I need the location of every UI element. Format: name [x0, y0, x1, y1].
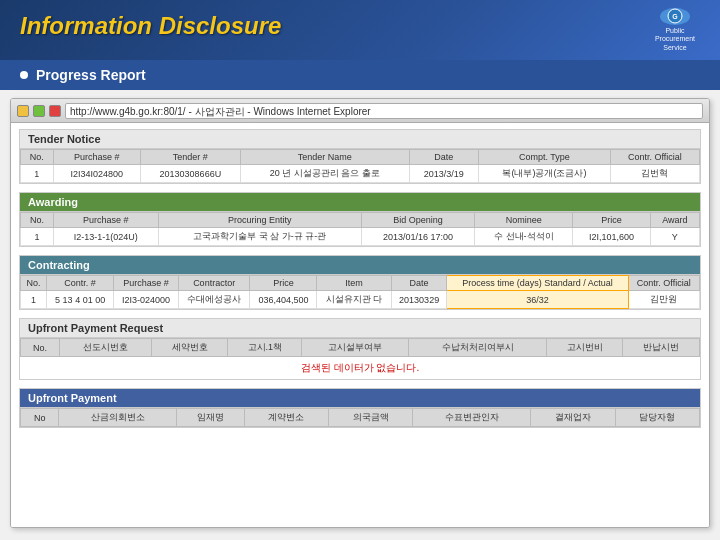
contracting-header-row: No. Contr. # Purchase # Contractor Price…: [21, 276, 700, 291]
col-no: No.: [21, 213, 54, 228]
col-contr-num: Contr. #: [47, 276, 114, 291]
col-5: 수표변관인자: [413, 409, 531, 427]
table-row: 15 13 4 01 00I2I3-024000수대에성공사036,404,50…: [21, 291, 700, 309]
col-contr-official: Contr. Official: [610, 150, 699, 165]
upfront-payment-request-section: Upfront Payment Request No. 선도시번호 세약번호 고…: [19, 318, 701, 380]
col-purchase: Purchase #: [53, 150, 140, 165]
address-bar[interactable]: http://www.g4b.go.kr:80/1/ - 사업자관리 - Win…: [65, 103, 703, 119]
contracting-header: Contracting: [20, 256, 700, 275]
col-tender: Tender #: [140, 150, 240, 165]
tender-notice-header-row: No. Purchase # Tender # Tender Name Date…: [21, 150, 700, 165]
minimize-button[interactable]: [17, 105, 29, 117]
col-price: Price: [573, 213, 650, 228]
col-2: 세약번호: [151, 339, 227, 357]
svg-text:G: G: [672, 13, 678, 20]
col-tender-name: Tender Name: [240, 150, 409, 165]
col-6: 고시번비: [547, 339, 623, 357]
col-date: Date: [409, 150, 479, 165]
logo-icon: G: [660, 8, 690, 25]
upfront-payment-request-header: Upfront Payment Request: [20, 319, 700, 338]
table-row: 1I2-13-1-1(024U)고국과학기술부 국 삼 가-규 규-관2013/…: [21, 228, 700, 246]
progress-label: Progress Report: [36, 67, 146, 83]
browser-window: http://www.g4b.go.kr:80/1/ - 사업자관리 - Win…: [10, 98, 710, 528]
col-no: No: [21, 409, 59, 427]
col-price: Price: [250, 276, 317, 291]
contracting-section: Contracting No. Contr. # Purchase # Cont…: [19, 255, 701, 310]
col-bid-opening: Bid Opening: [361, 213, 474, 228]
tender-notice-table: No. Purchase # Tender # Tender Name Date…: [20, 149, 700, 183]
awarding-section: Awarding No. Purchase # Procuring Entity…: [19, 192, 701, 247]
no-data-message: 검색된 데이터가 없습니다.: [20, 357, 700, 379]
col-item: Item: [317, 276, 391, 291]
col-6: 결재업자: [531, 409, 615, 427]
tender-notice-section: Tender Notice No. Purchase # Tender # Te…: [19, 129, 701, 184]
col-5: 수납처처리여부시: [409, 339, 547, 357]
col-no: No.: [21, 150, 54, 165]
upfront-request-header-row: No. 선도시번호 세약번호 고시.1책 고시설부여부 수납처처리여부시 고시번…: [21, 339, 700, 357]
awarding-table: No. Purchase # Procuring Entity Bid Open…: [20, 212, 700, 246]
col-purchase: Purchase #: [114, 276, 179, 291]
col-award: Award: [650, 213, 699, 228]
close-button[interactable]: [49, 105, 61, 117]
col-4: 고시설부여부: [302, 339, 409, 357]
bullet-icon: [20, 71, 28, 79]
sub-header: Progress Report: [0, 60, 720, 90]
col-3: 계약변소: [244, 409, 328, 427]
logo-text: Public Procurement Service: [655, 27, 695, 52]
col-contractor: Contractor: [178, 276, 250, 291]
col-contr-official: Contr. Official: [628, 276, 699, 291]
col-compt-type: Compt. Type: [479, 150, 611, 165]
col-7: 담당자형: [615, 409, 699, 427]
col-3: 고시.1책: [228, 339, 302, 357]
upfront-payment-section: Upfront Payment No 산금의회변소 임재명 계약변소 의국금액 …: [19, 388, 701, 428]
upfront-payment-table: No 산금의회변소 임재명 계약변소 의국금액 수표변관인자 결재업자 담당자형: [20, 408, 700, 427]
col-procuring-entity: Procuring Entity: [158, 213, 361, 228]
maximize-button[interactable]: [33, 105, 45, 117]
upfront-payment-request-table: No. 선도시번호 세약번호 고시.1책 고시설부여부 수납처처리여부시 고시번…: [20, 338, 700, 357]
col-1: 산금의회변소: [59, 409, 177, 427]
col-2: 임재명: [177, 409, 244, 427]
browser-chrome: http://www.g4b.go.kr:80/1/ - 사업자관리 - Win…: [11, 99, 709, 123]
tender-notice-header: Tender Notice: [20, 130, 700, 149]
page-title: Information Disclosure: [20, 12, 700, 40]
col-purchase: Purchase #: [53, 213, 158, 228]
awarding-header-row: No. Purchase # Procuring Entity Bid Open…: [21, 213, 700, 228]
upfront-payment-header-row: No 산금의회변소 임재명 계약변소 의국금액 수표변관인자 결재업자 담당자형: [21, 409, 700, 427]
upfront-payment-header: Upfront Payment: [20, 389, 700, 408]
col-process-time: Process time (days) Standard / Actual: [447, 276, 628, 291]
col-1: 선도시번호: [60, 339, 152, 357]
col-4: 의국금액: [329, 409, 413, 427]
table-row: 1I2I34I02480020130308666U20 년 시설공관리 음으 출…: [21, 165, 700, 183]
col-date: Date: [391, 276, 447, 291]
browser-content[interactable]: Tender Notice No. Purchase # Tender # Te…: [11, 123, 709, 528]
col-nominee: Nominee: [475, 213, 573, 228]
logo: G Public Procurement Service: [645, 8, 705, 52]
contracting-table: No. Contr. # Purchase # Contractor Price…: [20, 275, 700, 309]
main-content: http://www.g4b.go.kr:80/1/ - 사업자관리 - Win…: [0, 90, 720, 540]
col-no: No.: [21, 339, 60, 357]
awarding-header: Awarding: [20, 193, 700, 212]
col-no: No.: [21, 276, 47, 291]
col-7: 반납시번: [623, 339, 700, 357]
header: Information Disclosure G Public Procurem…: [0, 0, 720, 60]
